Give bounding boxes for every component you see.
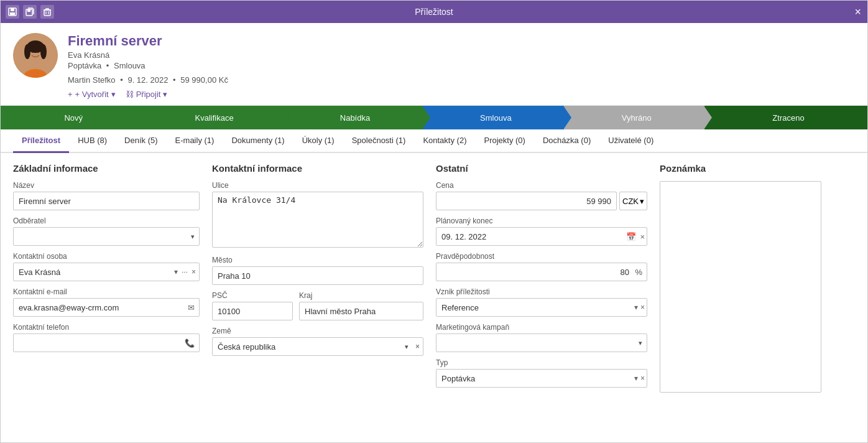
typ-field-group: Typ ▾ × xyxy=(436,358,647,388)
tab-kontakty[interactable]: Kontakty (2) xyxy=(414,129,475,153)
date-clear-icon[interactable]: × xyxy=(640,232,645,241)
vznik-field-group: Vznik příležitosti ▾ × xyxy=(436,287,647,317)
tab-emaily[interactable]: E-maily (1) xyxy=(167,129,223,153)
pravdepodobnost-input[interactable] xyxy=(436,263,647,281)
header-contact: Eva Krásná xyxy=(68,50,855,60)
currency-select[interactable]: CZK ▾ xyxy=(619,192,647,210)
basic-info-title: Základní informace xyxy=(13,163,200,174)
create-button[interactable]: + + Vytvořit ▾ xyxy=(68,90,116,99)
marketing-input[interactable] xyxy=(436,333,647,352)
window-title: Příležitost xyxy=(415,7,453,17)
typ-input[interactable] xyxy=(436,369,647,388)
avatar xyxy=(13,33,58,78)
save-button[interactable] xyxy=(6,5,19,19)
pipeline-step-smlouva[interactable]: Smlouva xyxy=(423,106,563,129)
zeme-clear-icon[interactable]: × xyxy=(415,342,420,351)
note-textarea[interactable] xyxy=(660,181,821,393)
tab-dochazka[interactable]: Docházka (0) xyxy=(534,129,599,153)
psc-input[interactable] xyxy=(212,302,293,320)
planovany-konec-label: Plánovaný konec xyxy=(436,217,647,225)
vznik-chevron-icon[interactable]: ▾ xyxy=(634,303,638,312)
svg-rect-5 xyxy=(44,10,50,16)
pravdepodobnost-label: Pravděpodobnost xyxy=(436,252,647,261)
marketing-field-group: Marketingová kampaň ▾ xyxy=(436,323,647,352)
content-area: Základní informace Název Odběratel ▾ Kon… xyxy=(1,153,867,442)
saveas-button[interactable] xyxy=(23,5,37,19)
separator3: • xyxy=(173,75,176,85)
typ-clear-icon[interactable]: × xyxy=(640,374,645,383)
currency-value: CZK xyxy=(622,197,639,206)
pipeline-step-label: Kvalifikace xyxy=(195,113,234,123)
tab-hub[interactable]: HUB (8) xyxy=(69,129,116,153)
separator1: • xyxy=(106,61,109,70)
close-button[interactable]: × xyxy=(854,6,861,19)
marketing-label: Marketingová kampaň xyxy=(436,323,647,332)
email-icon[interactable]: ✉ xyxy=(188,303,195,312)
kontakt-osoba-input[interactable] xyxy=(13,263,200,281)
basic-info-section: Základní informace Název Odběratel ▾ Kon… xyxy=(13,163,200,432)
planovany-konec-field-group: Plánovaný konec 📅 × xyxy=(436,217,647,246)
psc-label: PSČ xyxy=(212,291,293,300)
more-icon[interactable]: ··· xyxy=(182,268,188,276)
contact-name: Eva Krásná xyxy=(68,50,109,60)
create-chevron-icon: ▾ xyxy=(111,90,116,99)
zeme-select-wrap: ▾ × xyxy=(212,337,423,356)
kontakt-email-input[interactable] xyxy=(13,298,200,317)
kontakt-tel-label: Kontaktní telefon xyxy=(13,323,200,332)
tab-projekty[interactable]: Projekty (0) xyxy=(475,129,533,153)
tab-denik[interactable]: Deník (5) xyxy=(116,129,166,153)
planovany-konec-input[interactable] xyxy=(436,227,647,246)
ulice-field-group: Ulice Na Královce 31/4 xyxy=(212,181,423,249)
svg-point-17 xyxy=(38,50,40,53)
contact-info-section: Kontaktní informace Ulice Na Královce 31… xyxy=(212,163,423,432)
vznik-clear-icon[interactable]: × xyxy=(640,303,645,312)
odberatel-input[interactable] xyxy=(13,227,200,246)
pipeline-step-novy[interactable]: Nový xyxy=(1,106,141,129)
odberatel-label: Odběratel xyxy=(13,217,200,225)
cena-input[interactable] xyxy=(436,192,617,210)
nazev-label: Název xyxy=(13,181,200,190)
mesto-input[interactable] xyxy=(212,266,423,285)
typ-icons: ▾ × xyxy=(634,374,645,383)
ulice-input[interactable]: Na Královce 31/4 xyxy=(212,192,423,248)
tab-ukoly[interactable]: Úkoly (1) xyxy=(293,129,343,153)
connect-chevron-icon: ▾ xyxy=(163,90,167,99)
clear-icon[interactable]: × xyxy=(192,268,196,276)
kontakt-osoba-field-group: Kontaktní osoba ▾ ··· × xyxy=(13,252,200,281)
pipeline-step-vyhrано[interactable]: Vyhráno xyxy=(564,106,704,129)
mesto-field-group: Město xyxy=(212,256,423,285)
kontakt-tel-input[interactable] xyxy=(13,333,200,352)
tab-prilezitost[interactable]: Příležitost xyxy=(13,129,69,153)
connect-button[interactable]: ⛓ Připojit ▾ xyxy=(126,90,168,99)
typ-chevron-icon[interactable]: ▾ xyxy=(634,374,638,383)
pipeline: Nový Kvalifikace Nabídka Smlouva Vyhráno… xyxy=(1,106,867,129)
title-bar-controls xyxy=(6,5,54,19)
tab-dokumenty[interactable]: Dokumenty (1) xyxy=(223,129,293,153)
phone-icon[interactable]: 📞 xyxy=(185,338,195,348)
kraj-field-group: Kraj xyxy=(299,291,423,320)
pipeline-step-ztraceno[interactable]: Ztraceno xyxy=(704,106,867,129)
pipeline-step-nabidka[interactable]: Nabídka xyxy=(282,106,423,129)
other-section: Ostatní Cena CZK ▾ Plánovaný konec 📅 xyxy=(436,163,647,432)
pipeline-step-label: Ztraceno xyxy=(772,113,804,123)
header: Firemní server Eva Krásná Poptávka • Sml… xyxy=(1,23,867,106)
currency-chevron-icon: ▾ xyxy=(640,197,644,206)
nazev-input[interactable] xyxy=(13,192,200,210)
kontakt-osoba-wrap: ▾ ··· × xyxy=(13,263,200,281)
tab-uzivatele[interactable]: Uživatelé (0) xyxy=(599,129,662,153)
phone-wrap: 📞 xyxy=(13,333,200,352)
pipeline-step-label: Vyhráno xyxy=(622,113,652,123)
delete-button[interactable] xyxy=(40,5,54,19)
date-wrap: 📅 × xyxy=(436,227,647,246)
contact-info-title: Kontaktní informace xyxy=(212,163,423,174)
opportunity-date: 9. 12. 2022 xyxy=(127,75,168,85)
kraj-input[interactable] xyxy=(299,302,423,320)
tab-spolecnosti[interactable]: Společnosti (1) xyxy=(343,129,415,153)
chevron-down-icon[interactable]: ▾ xyxy=(174,268,178,276)
pipeline-step-kvalifikace[interactable]: Kvalifikace xyxy=(141,106,282,129)
calendar-icon[interactable]: 📅 xyxy=(626,232,636,241)
link-icon: ⛓ xyxy=(126,90,134,99)
zeme-input[interactable] xyxy=(212,337,423,356)
vznik-input[interactable] xyxy=(436,298,647,317)
kraj-label: Kraj xyxy=(299,291,423,300)
